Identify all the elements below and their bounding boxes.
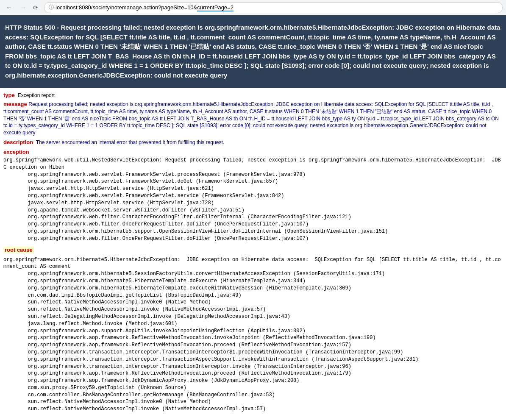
back-button[interactable]: ← xyxy=(3,3,15,12)
url-base: localhost:8080/society/notemanage.action… xyxy=(56,4,197,11)
message-value: Request processing failed; nested except… xyxy=(3,101,499,136)
error-content: type Exception report message Request pr… xyxy=(0,88,506,417)
lock-icon: ⓘ xyxy=(49,4,54,11)
url-text: localhost:8080/society/notemanage.action… xyxy=(56,4,234,11)
error-header: HTTP Status 500 - Request processing fai… xyxy=(0,15,506,88)
description-value: The server encountered an internal error… xyxy=(35,139,224,145)
type-value: Exception report xyxy=(16,92,55,98)
exception-section: exception org.springframework.web.util.N… xyxy=(3,149,503,242)
forward-button[interactable]: → xyxy=(17,3,29,12)
message-section: message Request processing failed; neste… xyxy=(3,101,503,136)
exception-stack: org.springframework.web.util.NestedServl… xyxy=(3,157,503,242)
root-cause-section: root cause org.springframework.orm.hiber… xyxy=(3,242,503,413)
exception-label: exception xyxy=(3,149,503,155)
error-header-text: HTTP Status 500 - Request processing fai… xyxy=(5,24,500,79)
root-cause-stack: org.springframework.orm.hibernate5.Hiber… xyxy=(3,256,503,413)
type-section: type Exception report xyxy=(3,92,503,98)
browser-chrome: ← → ⟳ ⓘ localhost:8080/society/notemanag… xyxy=(0,0,506,15)
url-highlighted: currentPage=2 xyxy=(197,4,234,11)
address-bar[interactable]: ⓘ localhost:8080/society/notemanage.acti… xyxy=(44,2,503,13)
root-cause-label: root cause xyxy=(3,247,34,253)
nav-buttons: ← → ⟳ xyxy=(3,3,41,12)
reload-button[interactable]: ⟳ xyxy=(31,3,41,12)
message-label: message xyxy=(3,101,27,107)
type-label: type xyxy=(3,92,15,98)
description-section: description The server encountered an in… xyxy=(3,139,503,145)
description-label: description xyxy=(3,139,33,145)
